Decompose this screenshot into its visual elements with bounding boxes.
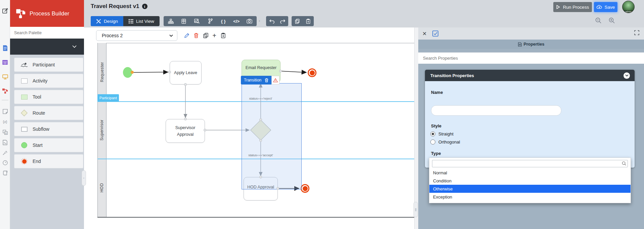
form-icon[interactable] [2, 45, 8, 51]
code-icon[interactable]: </> [230, 16, 243, 26]
palette-item-participant[interactable]: Participant [14, 58, 83, 71]
palette-item-route[interactable]: Route [14, 106, 83, 120]
scroll-icon[interactable] [2, 170, 8, 176]
design-tools-icon [96, 19, 101, 24]
zoom-in-icon[interactable] [609, 17, 615, 24]
tab-label: Design [104, 19, 118, 24]
tab-design[interactable]: Design [91, 16, 123, 26]
panel-title-bar: Properties [418, 40, 644, 49]
palette-item-activity[interactable]: Activity [14, 74, 83, 88]
brand-logo-icon [15, 8, 26, 19]
checkbox-icon[interactable] [432, 30, 439, 37]
brand-header: Process Builder [10, 0, 84, 27]
search-icon [622, 161, 626, 166]
name-label: Name [431, 90, 443, 95]
trash-icon[interactable] [265, 78, 268, 82]
end-event-node-top[interactable] [308, 68, 316, 77]
port-dot[interactable] [279, 70, 282, 72]
save-button[interactable]: Save [594, 2, 617, 12]
play-icon [556, 5, 560, 9]
copy-icon[interactable] [292, 16, 303, 26]
edge-label-accept[interactable]: status==='accept' [237, 153, 284, 157]
info-icon[interactable]: i [142, 4, 147, 9]
start-port-dot[interactable] [131, 71, 134, 74]
palette-search-input[interactable] [10, 27, 84, 39]
panel-resize-handle[interactable]: || [414, 202, 418, 217]
style-radio-straight[interactable]: Straight [430, 131, 454, 136]
camera-icon[interactable] [244, 16, 256, 26]
tab-list-view[interactable]: List View [123, 16, 160, 26]
palette-item-end[interactable]: End [14, 155, 83, 168]
form-doc-icon[interactable] [178, 16, 190, 26]
style-radio-orthogonal[interactable]: Orthogonal [430, 139, 460, 145]
port-dot[interactable] [259, 118, 262, 121]
translate-icon[interactable]: A [2, 129, 8, 135]
run-process-button[interactable]: Run Process [553, 2, 592, 12]
palette-sidebar: Process Builder Participant Activity Too… [10, 0, 84, 229]
expand-icon[interactable] [634, 30, 639, 35]
warning-icon[interactable] [271, 76, 280, 84]
variables-icon[interactable]: {x} [2, 118, 8, 125]
palette-item-label: Tool [33, 94, 41, 100]
avatar[interactable]: admin [622, 1, 635, 13]
type-option-exception[interactable]: Exception [429, 193, 631, 201]
port-dot[interactable] [259, 139, 262, 142]
image-translate-icon[interactable] [191, 16, 203, 26]
radio-icon [430, 131, 435, 136]
dropdown-search-input[interactable] [432, 160, 628, 167]
type-option-otherwise[interactable]: Otherwise [429, 185, 631, 193]
redo-icon[interactable] [277, 16, 288, 26]
left-icon-rail: {x} A [0, 0, 10, 229]
process-icon[interactable] [2, 88, 8, 94]
activity-node-supervisor-approval[interactable]: Supervisor Approval [166, 119, 205, 143]
monitor-icon[interactable] [2, 73, 8, 80]
paste-icon[interactable] [303, 16, 314, 26]
edge-label-reject[interactable]: status==='reject' [237, 97, 284, 100]
port-dot[interactable] [184, 83, 187, 86]
chevron-right-icon[interactable]: › [259, 18, 260, 23]
edit-icon[interactable] [2, 7, 8, 14]
port-dot[interactable] [259, 176, 262, 178]
port-dot[interactable] [168, 71, 171, 73]
report-icon[interactable] [2, 139, 8, 146]
plug-icon[interactable] [2, 149, 8, 156]
tab-label: List View [136, 19, 154, 24]
branch-icon[interactable] [204, 16, 216, 26]
subflow-shape-icon [20, 127, 28, 132]
palette-item-tool[interactable]: Tool [14, 90, 83, 104]
svg-text:A: A [5, 132, 7, 134]
diagram-canvas[interactable]: Process 2 + Requester Supervisor HOD Par… [84, 27, 414, 229]
page-title: Travel Request v1 i [91, 3, 147, 10]
transition-properties-card: Transition Properties Name Style Straigh… [425, 70, 635, 168]
activity-node-apply-leave[interactable]: Apply Leave [170, 61, 202, 84]
top-toolbar: Travel Request v1 i Design List View { }… [84, 0, 644, 27]
zoom-out-icon[interactable] [595, 17, 602, 24]
palette-accordion-header[interactable] [10, 39, 84, 55]
palette-collapse-handle[interactable]: ‹ [82, 170, 86, 186]
type-option-condition[interactable]: Condition [429, 177, 631, 185]
properties-search-input[interactable] [418, 52, 644, 64]
table-icon[interactable] [2, 59, 8, 66]
transition-properties-header[interactable]: Transition Properties [425, 70, 635, 81]
gauge-icon[interactable] [2, 159, 8, 166]
palette-item-subflow[interactable]: Subflow [14, 122, 83, 136]
close-icon[interactable]: ✕ [422, 31, 427, 37]
cloud-upload-icon [597, 5, 602, 9]
port-dot[interactable] [276, 187, 279, 190]
port-dot[interactable] [184, 118, 187, 120]
undo-icon[interactable] [266, 16, 277, 26]
transition-tooltip-label[interactable]: Transition [241, 76, 271, 84]
name-input[interactable] [431, 105, 561, 116]
end-shape-icon [20, 158, 28, 164]
palette-item-start[interactable]: Start [14, 138, 83, 152]
radio-label: Orthogonal [438, 139, 460, 145]
activity-shape-icon [20, 78, 28, 83]
note-icon[interactable] [2, 108, 8, 115]
braces-icon[interactable]: { } [217, 16, 229, 26]
participant-tag[interactable]: Participant [97, 94, 119, 101]
collapse-chevron-icon[interactable] [624, 72, 630, 79]
type-option-normal[interactable]: Normal [429, 169, 631, 177]
port-dot[interactable] [204, 129, 206, 131]
end-event-node-bottom[interactable] [301, 184, 309, 193]
sitemap-icon[interactable] [165, 16, 177, 26]
